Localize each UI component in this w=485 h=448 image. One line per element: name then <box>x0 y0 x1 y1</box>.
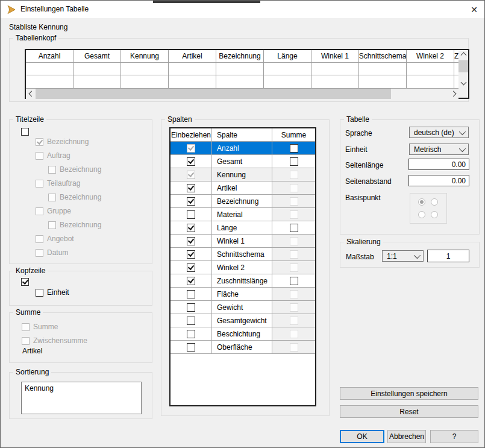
reset-button[interactable]: Reset <box>340 405 478 418</box>
spalten-row-material[interactable]: Material <box>171 208 315 221</box>
tabellenkopf-column-header[interactable]: Länge <box>264 50 311 63</box>
spalten-name-cell[interactable]: Bezeichnung <box>212 195 272 207</box>
tabellenkopf-empty-cell[interactable] <box>121 75 169 89</box>
spalten-include-cell[interactable] <box>171 274 212 287</box>
spalten-summe-cell[interactable] <box>272 248 315 260</box>
spalten-header-spalte[interactable]: Spalte <box>212 128 272 141</box>
cancel-button[interactable]: Abbrechen <box>387 430 426 443</box>
spalten-include-cell[interactable] <box>171 168 212 181</box>
spalten-include-cell[interactable] <box>171 235 212 247</box>
spalten-name-cell[interactable]: Fläche <box>212 288 272 300</box>
tabellenkopf-empty-cell[interactable] <box>311 75 359 89</box>
spalten-row-bezeichnung[interactable]: Bezeichnung <box>171 195 315 208</box>
spalten-include-cell[interactable] <box>171 301 212 314</box>
summe-column-checkbox[interactable] <box>290 224 298 232</box>
spalten-name-cell[interactable]: Gewicht <box>212 301 272 314</box>
tabellenkopf-column-header[interactable]: Bezeichnung <box>216 50 264 63</box>
spalten-row-fläche[interactable]: Fläche <box>171 288 315 301</box>
basispunkt-radio-bottom-left[interactable] <box>418 211 425 218</box>
tabellenkopf-empty-cell[interactable] <box>216 75 264 89</box>
spalten-header-summe[interactable]: Summe <box>272 128 315 141</box>
tabellenkopf-empty-cell[interactable] <box>311 63 359 75</box>
tabellenkopf-empty-cell[interactable] <box>169 63 216 75</box>
spalten-row-länge[interactable]: Länge <box>171 221 315 235</box>
spalten-name-cell[interactable]: Gesamtgewicht <box>212 314 272 327</box>
spalten-include-cell[interactable] <box>171 314 212 327</box>
titelzeile-main-checkbox[interactable] <box>21 128 29 136</box>
seitenabstand-input[interactable] <box>408 175 469 186</box>
summe-column-checkbox[interactable] <box>290 144 298 153</box>
close-icon[interactable]: ✕ <box>464 1 484 18</box>
basispunkt-radio-top-left[interactable] <box>418 198 425 206</box>
spalten-summe-cell[interactable] <box>272 235 315 247</box>
tabellenkopf-empty-cell[interactable] <box>359 75 407 89</box>
spalten-name-cell[interactable]: Winkel 2 <box>212 261 272 274</box>
tabellenkopf-empty-cell[interactable] <box>74 63 121 75</box>
tabellenkopf-column-header-partial[interactable]: Z <box>454 50 458 63</box>
spalten-include-cell[interactable] <box>171 155 212 168</box>
include-checkbox[interactable] <box>187 250 195 259</box>
tabellenkopf-empty-cell[interactable] <box>169 75 216 89</box>
spalten-summe-cell[interactable] <box>272 181 315 194</box>
vertical-scrollbar[interactable] <box>458 50 468 87</box>
tabellenkopf-empty-cell[interactable] <box>454 75 458 89</box>
tabellenkopf-empty-cell[interactable] <box>121 63 169 75</box>
include-checkbox[interactable] <box>187 317 195 325</box>
tabellenkopf-column-header[interactable]: Anzahl <box>26 50 74 63</box>
scroll-right-icon[interactable] <box>449 89 458 99</box>
spalten-summe-cell[interactable] <box>272 327 315 340</box>
spalten-header-einbeziehen[interactable]: Einbeziehen <box>171 128 212 141</box>
sortierung-listbox[interactable]: Kennung <box>21 382 142 414</box>
include-checkbox[interactable] <box>187 277 195 285</box>
seitenlaenge-input[interactable] <box>408 159 469 170</box>
tabellenkopf-empty-cell[interactable] <box>74 75 121 89</box>
include-checkbox[interactable] <box>187 210 195 219</box>
include-checkbox[interactable] <box>187 224 195 232</box>
spalten-row-gesamtgewicht[interactable]: Gesamtgewicht <box>171 314 315 327</box>
tabellenkopf-empty-cell[interactable] <box>407 75 454 89</box>
spalten-include-cell[interactable] <box>171 195 212 207</box>
kopfzeile-main-checkbox[interactable] <box>21 278 29 286</box>
tabellenkopf-empty-cell[interactable] <box>216 63 264 75</box>
scroll-down-icon[interactable] <box>458 78 468 87</box>
save-settings-button[interactable]: Einstellungen speichern <box>340 387 478 400</box>
einheit-checkbox[interactable] <box>36 289 43 297</box>
include-checkbox[interactable] <box>187 330 195 338</box>
spalten-name-cell[interactable]: Beschichtung <box>212 327 272 340</box>
spalten-summe-cell[interactable] <box>272 168 315 181</box>
include-checkbox[interactable] <box>187 197 195 206</box>
spalten-summe-cell[interactable] <box>272 195 315 207</box>
help-button[interactable]: ? <box>430 430 478 443</box>
tabellenkopf-column-header[interactable]: Schnittschema <box>359 50 407 63</box>
tabellenkopf-empty-cell[interactable] <box>359 63 407 75</box>
spalten-summe-cell[interactable] <box>272 221 315 234</box>
sprache-select[interactable]: deutsch (de) <box>409 127 469 138</box>
spalten-include-cell[interactable] <box>171 208 212 221</box>
ok-button[interactable]: OK <box>340 430 384 443</box>
spalten-row-gesamt[interactable]: Gesamt <box>171 155 315 168</box>
spalten-row-beschichtung[interactable]: Beschichtung <box>171 327 315 341</box>
summe-column-checkbox[interactable] <box>290 277 298 285</box>
spalten-name-cell[interactable]: Kennung <box>212 168 272 181</box>
spalten-name-cell[interactable]: Artikel <box>212 181 272 194</box>
tabellenkopf-column-header[interactable]: Artikel <box>169 50 216 63</box>
include-checkbox[interactable] <box>187 184 195 192</box>
spalten-include-cell[interactable] <box>171 221 212 234</box>
scroll-left-icon[interactable] <box>26 89 36 99</box>
spalten-name-cell[interactable]: Oberfläche <box>212 341 272 353</box>
spalten-row-anzahl[interactable]: Anzahl <box>171 142 315 155</box>
spalten-summe-cell[interactable] <box>272 314 315 327</box>
massstab-select[interactable]: 1:1 <box>382 250 424 262</box>
spalten-row-artikel[interactable]: Artikel <box>171 181 315 195</box>
skalierung-factor-input[interactable] <box>427 250 469 262</box>
spalten-summe-cell[interactable] <box>272 261 315 274</box>
spalten-row-winkel-1[interactable]: Winkel 1 <box>171 235 315 248</box>
vscroll-thumb[interactable] <box>458 60 468 72</box>
spalten-summe-cell[interactable] <box>272 341 315 353</box>
spalten-row-zuschnittslänge[interactable]: Zuschnittslänge <box>171 274 315 288</box>
spalten-include-cell[interactable] <box>171 248 212 260</box>
spalten-summe-cell[interactable] <box>272 274 315 287</box>
scroll-up-icon[interactable] <box>458 50 468 58</box>
spalten-name-cell[interactable]: Länge <box>212 221 272 234</box>
title-bar[interactable]: Einstellungen Tabelle ✕ <box>1 1 484 18</box>
